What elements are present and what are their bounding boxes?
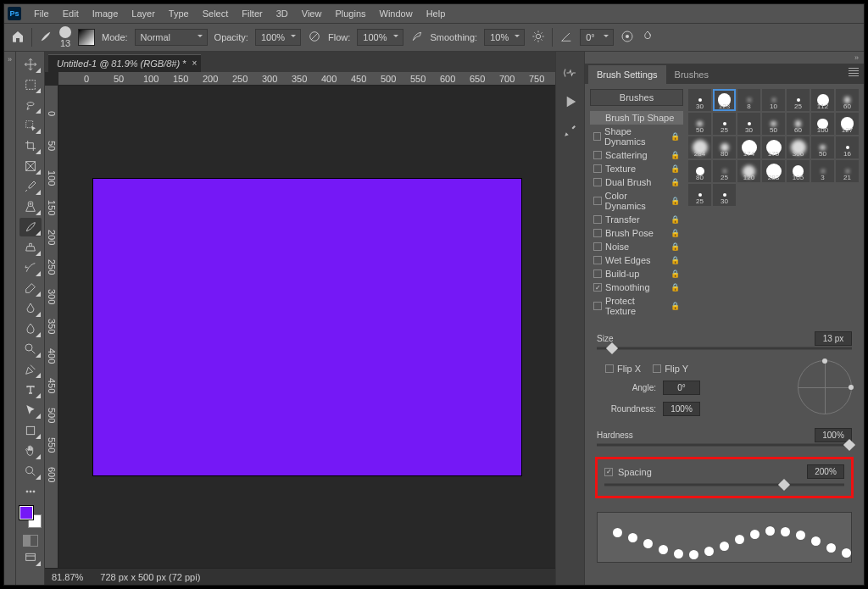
brush-thumb[interactable]: 284 [688,136,711,158]
healing-brush-tool[interactable] [19,197,42,216]
angle-value[interactable]: 0° [663,381,700,395]
history-panel-icon[interactable] [563,65,578,82]
brush-thumb[interactable]: 25 [787,89,810,111]
smoothing-dropdown[interactable]: 10% [484,29,525,46]
brush-thumb[interactable]: 283 [762,160,785,182]
opacity-pressure-icon[interactable] [308,30,321,45]
brush-thumb[interactable]: 175 [762,136,785,158]
mode-dropdown[interactable]: Normal [135,29,208,46]
dodge-tool[interactable] [19,340,42,358]
brush-option-transfer[interactable]: Transfer🔒 [590,213,683,226]
brush-tool[interactable] [19,218,42,236]
quick-mask-toggle[interactable] [23,535,38,547]
brush-option-wet-edges[interactable]: Wet Edges🔒 [590,253,683,267]
brush-thumb[interactable]: 100 [811,113,834,135]
left-dock-strip[interactable]: » [4,52,16,585]
brush-thumb[interactable]: 50 [688,113,711,135]
brush-option-shape-dynamics[interactable]: Shape Dynamics🔒 [590,125,683,148]
brush-thumb[interactable]: 60 [836,89,859,111]
close-tab-icon[interactable]: × [192,58,198,68]
brush-thumb[interactable]: 60 [787,113,810,135]
menu-window[interactable]: Window [374,6,419,21]
angle-field[interactable]: 0° [580,29,614,46]
brush-option-brush-tip-shape[interactable]: Brush Tip Shape [590,111,683,125]
flipy-checkbox[interactable]: Flip Y [653,364,688,374]
brush-thumb[interactable]: 25 [713,160,736,182]
marquee-tool[interactable] [19,75,42,94]
spacing-slider[interactable] [604,479,844,491]
quick-select-tool[interactable] [19,116,42,135]
brush-thumb[interactable]: 80 [713,136,736,158]
hardness-value[interactable]: 100% [815,428,852,442]
menu-type[interactable]: Type [163,6,195,21]
brush-tool-icon[interactable] [39,30,53,45]
brush-thumb[interactable]: 123 [713,89,736,111]
roundness-value[interactable]: 100% [663,402,700,416]
tab-brush-settings[interactable]: Brush Settings [588,65,666,84]
history-brush-tool[interactable] [19,258,42,277]
brush-thumb[interactable]: 50 [762,113,785,135]
brush-thumb[interactable]: 10 [762,89,785,111]
brush-option-protect-texture[interactable]: Protect Texture🔒 [590,294,683,318]
airbrush-icon[interactable] [410,30,424,45]
canvas-viewport[interactable] [58,86,555,568]
brush-thumb[interactable]: 306 [787,136,810,158]
eraser-tool[interactable] [19,279,42,297]
brush-option-smoothing[interactable]: Smoothing🔒 [590,281,683,294]
angle-widget[interactable] [798,360,852,414]
panel-menu-icon[interactable] [849,68,859,76]
frame-tool[interactable] [19,157,42,175]
actions-panel-icon[interactable] [563,94,578,111]
ruler-vertical[interactable]: 050100150200250300350400450500550600 [45,86,58,568]
menu-image[interactable]: Image [86,6,125,21]
zoom-tool[interactable] [19,462,42,481]
brush-thumb[interactable]: 80 [688,160,711,182]
brush-thumb[interactable]: 25 [713,113,736,135]
brush-thumb[interactable]: 50 [811,136,834,158]
brush-option-color-dynamics[interactable]: Color Dynamics🔒 [590,189,683,213]
brush-thumb[interactable]: 30 [688,89,711,111]
menu-view[interactable]: View [296,6,328,21]
eyedropper-tool[interactable] [19,177,42,196]
type-tool[interactable] [19,381,42,399]
brush-option-texture[interactable]: Texture🔒 [590,162,683,175]
path-select-tool[interactable] [19,401,42,420]
brush-thumb[interactable]: 105 [787,160,810,182]
menu-layer[interactable]: Layer [125,6,161,21]
hand-tool[interactable] [19,442,42,460]
brush-thumb[interactable]: 30 [713,184,736,206]
pen-tool[interactable] [19,360,42,379]
status-zoom[interactable]: 81.87% [52,572,83,582]
brush-thumb[interactable]: 8 [737,89,760,111]
document-tab[interactable]: Untitled-1 @ 81.9% (RGB/8#) *× [48,54,201,72]
panel-collapse[interactable]: » [585,52,864,64]
size-value[interactable]: 13 px [815,331,852,346]
smoothing-gear-icon[interactable] [531,30,545,45]
brush-option-noise[interactable]: Noise🔒 [590,240,683,253]
edit-toolbar[interactable] [19,482,42,501]
lasso-tool[interactable] [19,96,42,114]
brush-thumb[interactable]: 174 [737,136,760,158]
menu-filter[interactable]: Filter [236,6,268,21]
brush-option-build-up[interactable]: Build-up🔒 [590,267,683,281]
shape-tool[interactable] [19,421,42,440]
spacing-value[interactable]: 200% [807,464,844,479]
menu-plugins[interactable]: Plugins [329,6,371,21]
spacing-checkbox[interactable]: Spacing [604,467,652,477]
brush-size-preview[interactable]: 13 [59,26,71,48]
brush-option-brush-pose[interactable]: Brush Pose🔒 [590,226,683,240]
menu-edit[interactable]: Edit [57,6,85,21]
symmetry-icon[interactable] [641,30,654,45]
brush-thumb[interactable]: 3 [811,160,834,182]
color-swatch[interactable] [19,506,42,528]
size-pressure-icon[interactable] [620,30,634,45]
crop-tool[interactable] [19,136,42,155]
blur-tool[interactable] [19,320,42,338]
brush-option-dual-brush[interactable]: Dual Brush🔒 [590,175,683,189]
move-tool[interactable] [19,55,42,74]
home-icon[interactable] [11,30,25,45]
brushes-button[interactable]: Brushes [590,89,683,106]
menu-select[interactable]: Select [197,6,235,21]
blend-swatch[interactable] [78,29,95,46]
brush-thumb[interactable]: 127 [836,113,859,135]
